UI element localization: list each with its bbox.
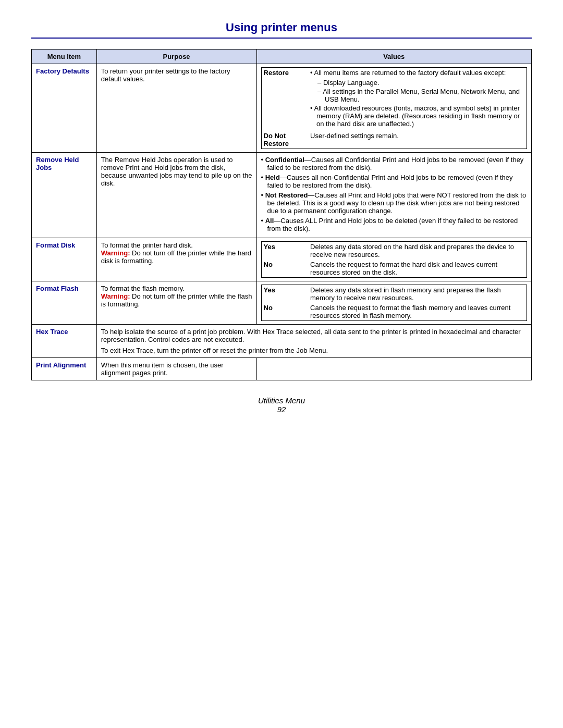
- menu-item-remove-held-jobs: Remove Held Jobs: [32, 153, 97, 238]
- table-row: Print Alignment When this menu item is c…: [32, 358, 532, 380]
- title-divider: [31, 38, 532, 39]
- menu-item-factory-defaults: Factory Defaults: [32, 64, 97, 153]
- footer-page: 92: [31, 405, 532, 414]
- table-row: Factory Defaults To return your printer …: [32, 64, 532, 153]
- table-row: Remove Held Jobs The Remove Held Jobs op…: [32, 153, 532, 238]
- values-format-flash: Yes Deletes any data stored in flash mem…: [256, 281, 531, 325]
- purpose-format-flash: To format the flash memory. Warning: Do …: [96, 281, 256, 325]
- purpose-hex-trace: To help isolate the source of a print jo…: [96, 325, 531, 358]
- page-footer: Utilities Menu 92: [31, 396, 532, 414]
- values-factory-defaults: Restore All menu items are returned to t…: [256, 64, 531, 153]
- values-format-disk: Yes Deletes any data stored on the hard …: [256, 238, 531, 281]
- table-row: Format Flash To format the flash memory.…: [32, 281, 532, 325]
- purpose-print-alignment: When this menu item is chosen, the user …: [96, 358, 256, 380]
- menu-item-format-flash: Format Flash: [32, 281, 97, 325]
- table-row: Hex Trace To help isolate the source of …: [32, 325, 532, 358]
- header-menu-item: Menu Item: [32, 50, 97, 64]
- menu-item-hex-trace: Hex Trace: [32, 325, 97, 358]
- page-title: Using printer menus: [31, 21, 532, 34]
- purpose-format-disk: To format the printer hard disk. Warning…: [96, 238, 256, 281]
- main-table: Menu Item Purpose Values Factory Default…: [31, 49, 532, 380]
- table-row: Format Disk To format the printer hard d…: [32, 238, 532, 281]
- purpose-remove-held-jobs: The Remove Held Jobs operation is used t…: [96, 153, 256, 238]
- header-values: Values: [256, 50, 531, 64]
- header-purpose: Purpose: [96, 50, 256, 64]
- values-print-alignment: [256, 358, 531, 380]
- purpose-factory-defaults: To return your printer settings to the f…: [96, 64, 256, 153]
- menu-item-format-disk: Format Disk: [32, 238, 97, 281]
- menu-item-print-alignment: Print Alignment: [32, 358, 97, 380]
- values-remove-held-jobs: Confidential—Causes all Confidential Pri…: [256, 153, 531, 238]
- table-header-row: Menu Item Purpose Values: [32, 50, 532, 64]
- footer-title: Utilities Menu: [31, 396, 532, 405]
